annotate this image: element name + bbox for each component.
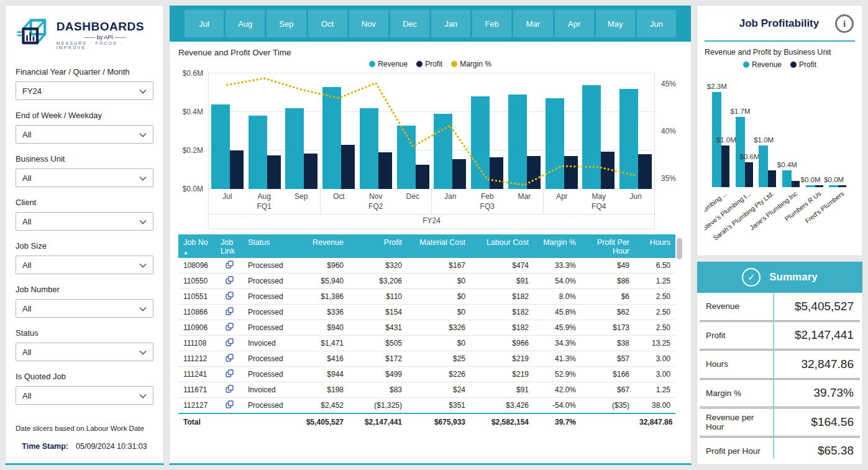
- cell-value: $219: [470, 367, 534, 382]
- bar-group-apr[interactable]: [543, 73, 580, 189]
- link-icon[interactable]: [226, 386, 234, 395]
- link-icon[interactable]: [226, 308, 234, 317]
- summary-label: Revenue per Hour: [706, 413, 771, 431]
- column-header-labour-cost[interactable]: Labour Cost: [470, 234, 534, 258]
- bar-group-oct[interactable]: [320, 73, 357, 189]
- link-icon[interactable]: [226, 355, 234, 364]
- slicer-label: Status: [16, 328, 153, 338]
- column-header-profit[interactable]: Profit: [349, 234, 407, 258]
- slicer-group: Job SizeAll: [16, 241, 153, 274]
- cell-value: $182: [470, 305, 534, 320]
- bar-group-mar[interactable]: [506, 73, 543, 189]
- month-label: Jun: [618, 189, 655, 202]
- link-icon[interactable]: [226, 402, 234, 410]
- bar-group-may[interactable]: [580, 73, 618, 189]
- month-label: Jan: [432, 189, 469, 202]
- bar-group-jul[interactable]: [209, 73, 246, 189]
- cell-value: $24: [407, 382, 470, 398]
- cell-status: Processed: [243, 367, 290, 382]
- slicer-dropdown[interactable]: All: [16, 343, 153, 361]
- legend-dot: [451, 61, 457, 67]
- cell-job-link: [216, 289, 243, 305]
- table-row[interactable]: 111241Processed$944$499$226$21952.9%$166…: [178, 367, 675, 382]
- table-row[interactable]: 111212Processed$416$172$25$21941.3%$573.…: [178, 351, 675, 367]
- summary-row-hours: Hours32,847.86: [700, 351, 860, 380]
- column-header-hours[interactable]: Hours: [634, 234, 675, 258]
- info-icon[interactable]: i: [835, 14, 854, 33]
- slicer-dropdown[interactable]: FY24: [16, 81, 153, 100]
- cell-value: $83: [349, 382, 407, 398]
- chevron-down-icon: [139, 391, 147, 400]
- column-header-job-link[interactable]: Job Link: [216, 234, 243, 258]
- bar-group-aug[interactable]: [246, 73, 283, 189]
- bar-group-feb[interactable]: [468, 73, 506, 189]
- cell-value: $431: [349, 320, 407, 336]
- bar-group-jun[interactable]: [617, 73, 654, 189]
- table-row[interactable]: 110551Processed$1,386$110$0$1828.0%$62.5…: [178, 289, 675, 305]
- cell-value: 3.00: [634, 367, 675, 382]
- bar-group-sep[interactable]: [283, 73, 321, 189]
- slicer-dropdown[interactable]: All: [16, 212, 153, 231]
- revenue-bar: [249, 116, 267, 189]
- tab-month-may[interactable]: May: [596, 10, 635, 37]
- cell-job-link: [216, 274, 243, 289]
- column-header-margin-%[interactable]: Margin %: [534, 234, 581, 258]
- link-icon[interactable]: [226, 262, 234, 270]
- slicer-dropdown[interactable]: All: [16, 299, 153, 318]
- cell-value: -54.0%: [534, 398, 581, 414]
- link-icon[interactable]: [226, 371, 234, 379]
- tab-month-sep[interactable]: Sep: [267, 10, 306, 37]
- tab-month-apr[interactable]: Apr: [555, 10, 594, 37]
- total-label: Total: [178, 413, 290, 430]
- tab-month-mar[interactable]: Mar: [513, 10, 552, 37]
- cell-value: $91: [470, 382, 534, 398]
- link-icon[interactable]: [226, 339, 234, 348]
- column-header-status[interactable]: Status: [243, 234, 290, 258]
- table-row[interactable]: 110550Processed$5,940$3,206$0$9154.0%$86…: [178, 274, 675, 289]
- cell-value: $1,386: [290, 289, 349, 305]
- cell-value: $91: [470, 274, 534, 289]
- cell-value: $940: [290, 320, 349, 336]
- table-scrollbar-thumb[interactable]: [677, 238, 682, 259]
- column-header-job-no[interactable]: Job No▲: [178, 234, 216, 258]
- tab-month-aug[interactable]: Aug: [226, 10, 265, 37]
- tab-month-jul[interactable]: Jul: [185, 10, 224, 37]
- revenue-profit-chart-section: Revenue and Profit Over Time RevenueProf…: [170, 42, 691, 229]
- column-header-revenue[interactable]: Revenue: [290, 234, 349, 258]
- bar-group-dec[interactable]: [395, 73, 432, 189]
- slicer-dropdown[interactable]: All: [16, 256, 153, 274]
- slicer-dropdown[interactable]: All: [16, 386, 153, 405]
- bar-group-nov[interactable]: [357, 73, 395, 189]
- tab-month-jan[interactable]: Jan: [431, 10, 470, 37]
- column-header-material-cost[interactable]: Material Cost: [407, 234, 470, 258]
- table-row[interactable]: 110906Processed$940$431$326$18245.9%$173…: [178, 320, 675, 336]
- tab-month-feb[interactable]: Feb: [472, 10, 511, 37]
- table-row[interactable]: 112127Processed$2,452($1,325)$351$3,426-…: [178, 398, 675, 414]
- table-row[interactable]: 111671Invoiced$198$83$24$9142.0%$671.25: [178, 382, 675, 398]
- chevron-down-icon: [139, 130, 147, 139]
- app-logo: DASHBOARDS —— by API —— MEASURE · FOCUS …: [16, 11, 153, 57]
- link-icon[interactable]: [226, 293, 234, 302]
- revenue-bar: [285, 108, 304, 189]
- slicer-dropdown[interactable]: All: [16, 125, 153, 144]
- column-header-profit-per-hour[interactable]: Profit Per Hour: [581, 234, 634, 258]
- cell-value: $944: [290, 367, 349, 382]
- table-row[interactable]: 108096Processed$960$320$167$47433.3%$496…: [178, 258, 675, 274]
- month-row: JanFebMar: [432, 189, 543, 202]
- month-row: AprMayJun: [544, 189, 655, 202]
- tab-month-nov[interactable]: Nov: [349, 10, 388, 37]
- table-row[interactable]: 111108Invoiced$1,471$505$0$96634.3%$3813…: [178, 336, 675, 351]
- link-icon[interactable]: [226, 277, 234, 286]
- table-row[interactable]: 110866Processed$336$154$0$18245.8%$622.5…: [178, 305, 675, 320]
- quarter-label: FQ2: [321, 202, 432, 214]
- tab-month-dec[interactable]: Dec: [390, 10, 429, 37]
- cell-value: $1,471: [290, 336, 349, 351]
- month-label: Jul: [209, 189, 246, 202]
- slicer-dropdown[interactable]: All: [16, 168, 153, 187]
- link-icon[interactable]: [226, 324, 234, 333]
- tab-month-jun[interactable]: Jun: [637, 10, 676, 37]
- y-axis-tick-label: $0.0M: [183, 185, 203, 193]
- legend-dot: [369, 61, 375, 67]
- tab-month-oct[interactable]: Oct: [308, 10, 347, 37]
- bar-group-jan[interactable]: [432, 73, 469, 189]
